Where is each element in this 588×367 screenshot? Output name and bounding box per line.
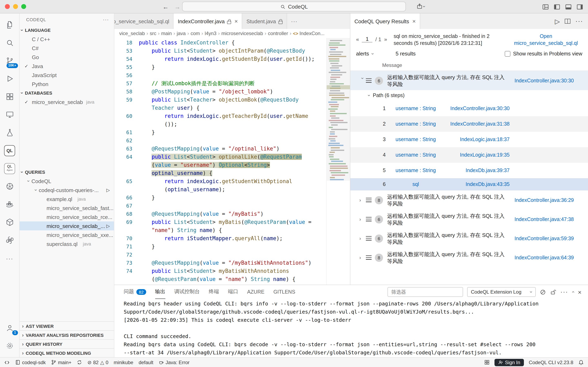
show-paths-icon[interactable] — [366, 198, 372, 202]
close-icon[interactable]: × — [412, 18, 416, 25]
editor-tab[interactable]: ro_service_seclab_sql.ql — [114, 13, 174, 29]
path-step-row[interactable]: 2username : StringIndexController.java:3… — [350, 116, 588, 132]
panel-tab[interactable]: GITLENS — [273, 285, 295, 299]
minimize-window-button[interactable] — [13, 4, 18, 9]
kube-context-item[interactable]: default — [139, 359, 153, 365]
close-window-button[interactable] — [5, 4, 10, 9]
code-line[interactable]: 56 — [114, 71, 350, 80]
line-number[interactable] — [114, 169, 139, 177]
panel-tab[interactable]: 端口 — [228, 285, 238, 299]
sidebar-language-item[interactable]: Go — [20, 53, 114, 62]
chevron-right-icon[interactable]: › — [359, 217, 366, 222]
line-number[interactable] — [114, 185, 139, 194]
line-number[interactable]: 18 — [114, 39, 139, 47]
testing-icon[interactable] — [1, 124, 18, 142]
sidebar-collapsed-section[interactable]: ›AST VIEWER — [20, 321, 114, 330]
close-panel-icon[interactable]: × — [578, 289, 581, 295]
alert-location-link[interactable]: IndexController.java:47:38 — [515, 216, 583, 222]
sidebar-query-item[interactable]: micro_service_seclab_fast... — [20, 203, 114, 212]
path-step-row[interactable]: 3username : StringIndexLogic.java:18:37 — [350, 132, 588, 147]
sidebar-query-item[interactable]: ›codeql-custom-queries-...▷ — [20, 185, 114, 194]
code-line[interactable]: (optinal_username); — [114, 185, 350, 194]
output-log[interactable]: Reading bqrs header using CodeQL CLI: bq… — [114, 299, 588, 357]
run-query-icon[interactable]: ▷ — [106, 223, 110, 229]
sidebar-query-item[interactable]: micro_service_seclab_...▷ — [20, 221, 114, 230]
pager-last-icon[interactable]: » — [384, 36, 387, 42]
code-line[interactable]: 18public class IndexController { — [114, 39, 350, 47]
extensions-icon[interactable] — [1, 88, 18, 106]
code-line[interactable]: 54 return indexLogic.getStudentById(user… — [114, 55, 350, 63]
sidebar-query-item[interactable]: micro_service_seclab_xxe... — [20, 230, 114, 239]
view-mode-select[interactable]: alerts › — [356, 50, 374, 57]
code-line[interactable]: 61 } — [114, 128, 350, 137]
settings-gear-icon[interactable] — [1, 337, 18, 355]
kubernetes-icon[interactable] — [1, 177, 18, 195]
toggle-panel-icon[interactable] — [565, 3, 572, 10]
alert-row[interactable]: ›6远程输入数据可能流入 query 方法, 存在 SQL 注入 等风险Inde… — [350, 210, 588, 229]
panel-tab[interactable]: 问题82 — [124, 285, 146, 299]
share-control[interactable]: › — [416, 3, 425, 9]
panel-tab[interactable]: AZURE — [247, 285, 264, 299]
clear-output-icon[interactable] — [540, 289, 546, 295]
sidebar-language-item[interactable]: C# — [20, 44, 114, 53]
breadcrumb-item[interactable]: java — [177, 31, 186, 36]
line-number[interactable] — [114, 104, 139, 112]
line-number[interactable]: 57 — [114, 80, 139, 88]
code-line[interactable]: 65 return indexLogic.getStudentWithOptio… — [114, 177, 350, 185]
remote-explorer-icon[interactable] — [1, 106, 18, 124]
git-branch-item[interactable]: main+ — [51, 359, 71, 365]
code-line[interactable]: (@RequestParam(value = "name") String na… — [114, 275, 350, 284]
code-line[interactable]: 74 public List<Student> myBatisWithAnnot… — [114, 267, 350, 275]
tab-codeql-query-results[interactable]: CodeQL Query Results × — [350, 13, 420, 29]
alert-row[interactable]: ›6远程输入数据可能流入 query 方法, 存在 SQL 注入 等风险Inde… — [350, 229, 588, 248]
source-control-icon[interactable]: 10K+ — [1, 52, 18, 70]
code-line[interactable]: optinal_username) { — [114, 169, 350, 177]
line-number[interactable]: 71 — [114, 243, 139, 251]
output-filter-input[interactable] — [388, 287, 463, 297]
code-line[interactable]: 63 @RequestMapping(value = "/optinal_lik… — [114, 145, 350, 153]
code-line[interactable]: (value = "username") Optional<String> — [114, 161, 350, 169]
toggle-secondary-sidebar-icon[interactable] — [577, 3, 583, 10]
minikube-item[interactable]: minikube — [114, 359, 133, 365]
more-actions-icon[interactable]: ··· — [561, 288, 568, 296]
breadcrumb-item[interactable]: src — [150, 31, 156, 36]
line-number[interactable]: 69 — [114, 218, 139, 226]
show-paths-icon[interactable] — [366, 78, 372, 83]
line-number[interactable]: 72 — [114, 251, 139, 259]
line-number[interactable]: 53 — [114, 47, 139, 55]
codeql-icon[interactable]: QL — [1, 142, 18, 159]
code-line[interactable]: 72 — [114, 251, 350, 259]
run-debug-icon[interactable] — [1, 70, 18, 88]
split-editor-icon[interactable] — [565, 19, 571, 24]
step-location-link[interactable]: IndexController.java:30:30 — [450, 106, 510, 111]
zoom-window-button[interactable] — [21, 4, 26, 9]
line-number[interactable]: 68 — [114, 210, 139, 218]
code-editor[interactable]: 18public class IndexController {53 publi… — [114, 38, 350, 285]
sidebar-collapsed-section[interactable]: ›QUERY HISTORY — [20, 339, 114, 348]
alert-location-link[interactable]: IndexController.java:64:39 — [515, 255, 583, 260]
step-location-link[interactable]: IndexLogic.java:18:37 — [460, 137, 510, 142]
sidebar-query-item[interactable]: micro_service_seclab_rce... — [20, 212, 114, 221]
show-paths-icon[interactable] — [366, 217, 372, 221]
path-step-row[interactable]: 1username : StringIndexController.java:3… — [350, 101, 588, 116]
code-line[interactable]: Teacher user) { — [114, 104, 350, 112]
close-icon[interactable]: × — [234, 18, 238, 25]
sign-in-button[interactable]: Sign In — [494, 359, 524, 366]
sidebar-more-actions-icon[interactable]: ··· — [103, 17, 109, 22]
code-line[interactable]: 53 public List<Student> objectIntParam(@… — [114, 47, 350, 55]
code-line[interactable]: 55 } — [114, 63, 350, 71]
toggle-primary-sidebar-icon[interactable] — [554, 3, 560, 10]
sidebar-query-item[interactable]: example.qljava — [20, 194, 114, 203]
sidebar-language-item[interactable]: Python — [20, 80, 114, 89]
checkbox-icon[interactable] — [505, 51, 511, 57]
alert-row[interactable]: ›6远程输入数据可能流入 query 方法, 存在 SQL 注入 等风险Inde… — [350, 71, 588, 90]
line-number[interactable]: 59 — [114, 96, 139, 104]
line-number[interactable]: 55 — [114, 63, 139, 71]
line-number[interactable]: 66 — [114, 194, 139, 202]
sync-item[interactable] — [77, 360, 82, 365]
breadcrumb-item[interactable]: controller — [268, 31, 288, 36]
command-center-search[interactable]: CodeQL — [182, 2, 406, 11]
line-number[interactable]: 70 — [114, 234, 139, 243]
path-step-row[interactable]: 5username : StringIndexDb.java:39:37 — [350, 163, 588, 178]
line-number[interactable] — [114, 275, 139, 284]
